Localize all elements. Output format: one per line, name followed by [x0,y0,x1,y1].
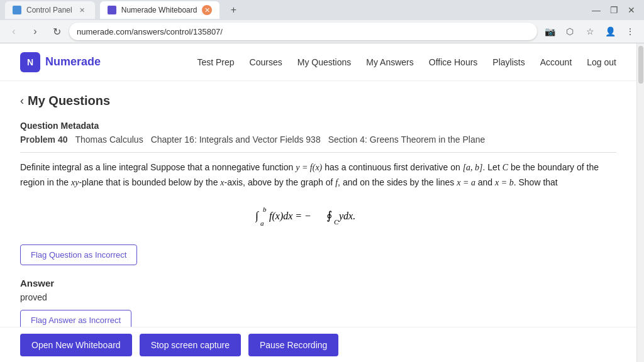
logo[interactable]: N Numerade [20,52,101,72]
control-panel-favicon [13,6,21,14]
svg-text:b: b [263,206,267,213]
address-bar[interactable] [69,23,537,40]
answer-text: proved [20,292,616,302]
section-name: Section 4: Greens Theorem in the Plane [328,134,486,145]
svg-text:∫: ∫ [255,209,259,222]
minimize-button[interactable]: — [589,4,604,16]
question-text: Definite integral as a line integral Sup… [20,160,616,190]
tab-numerade-label: Numerade Whiteboard [121,6,197,14]
numerade-favicon [108,6,116,14]
back-button[interactable]: ‹ [5,23,23,40]
nav-playlists[interactable]: Playlists [492,57,525,67]
back-link[interactable]: ‹ My Questions [20,94,616,108]
nav-account[interactable]: Account [540,57,572,67]
profile-icon[interactable]: 👤 [601,23,619,40]
textbook-name: Thomas Calculus [75,134,143,145]
logo-icon: N [20,52,40,72]
answer-label: Answer [20,278,616,288]
tab-control-panel[interactable]: Control Panel ✕ [5,1,95,19]
nav-my-answers[interactable]: My Answers [366,57,413,67]
scrollbar[interactable] [636,43,644,362]
tab-numerade[interactable]: Numerade Whiteboard ✕ [100,1,220,19]
navbar: N Numerade Test Prep Courses My Question… [0,43,636,81]
nav-logout[interactable]: Log out [587,57,616,67]
nav-my-questions[interactable]: My Questions [297,57,352,67]
tab-control-panel-label: Control Panel [26,6,72,14]
screenshot-icon[interactable]: ⬡ [561,23,579,40]
refresh-button[interactable]: ↻ [48,23,65,40]
svg-text:C: C [334,218,339,226]
nav-links: Test Prep Courses My Questions My Answer… [197,57,616,67]
cast-icon[interactable]: 📷 [541,23,558,40]
question-metadata: Question Metadata Problem 40 Thomas Calc… [20,121,616,145]
pause-recording-button[interactable]: Pause Recording [248,334,338,356]
flag-question-button[interactable]: Flag Question as Incorrect [20,244,137,265]
nav-office-hours[interactable]: Office Hours [429,57,478,67]
page-title: My Questions [28,94,110,108]
tab-close-control-panel[interactable]: ✕ [77,5,87,15]
bookmark-icon[interactable]: ☆ [581,23,599,40]
logo-text: Numerade [45,55,101,69]
metadata-divider [20,152,616,153]
open-whiteboard-button[interactable]: Open New Whiteboard [20,334,132,356]
maximize-button[interactable]: ❐ [606,4,621,16]
svg-text:a: a [260,219,264,227]
new-tab-button[interactable]: + [225,1,242,19]
forward-button[interactable]: › [26,23,44,40]
math-formula: ∫ b a f(x)dx = − ∮ C ydx. [20,200,616,232]
nav-courses[interactable]: Courses [250,57,282,67]
metadata-row: Problem 40 Thomas Calculus Chapter 16: I… [20,134,616,145]
stop-capture-button[interactable]: Stop screen capture [140,334,241,356]
metadata-label: Question Metadata [20,121,616,131]
tab-close-numerade[interactable]: ✕ [202,5,212,15]
svg-text:f(x)dx = −: f(x)dx = − [269,211,311,222]
problem-number: Problem 40 [20,134,67,145]
nav-test-prep[interactable]: Test Prep [197,57,234,67]
menu-icon[interactable]: ⋮ [621,23,639,40]
bottom-toolbar: Open New Whiteboard Stop screen capture … [0,327,636,362]
chapter-name: Chapter 16: Integrals and Vector Fields … [151,134,321,145]
back-arrow-icon: ‹ [20,94,24,107]
main-content: ‹ My Questions Question Metadata Problem… [0,81,636,362]
svg-text:∮: ∮ [326,209,332,222]
question-body: Definite integral as a line integral Sup… [20,160,616,232]
scrollbar-thumb[interactable] [638,46,643,84]
close-window-button[interactable]: ✕ [624,4,639,16]
svg-text:ydx.: ydx. [338,211,355,222]
